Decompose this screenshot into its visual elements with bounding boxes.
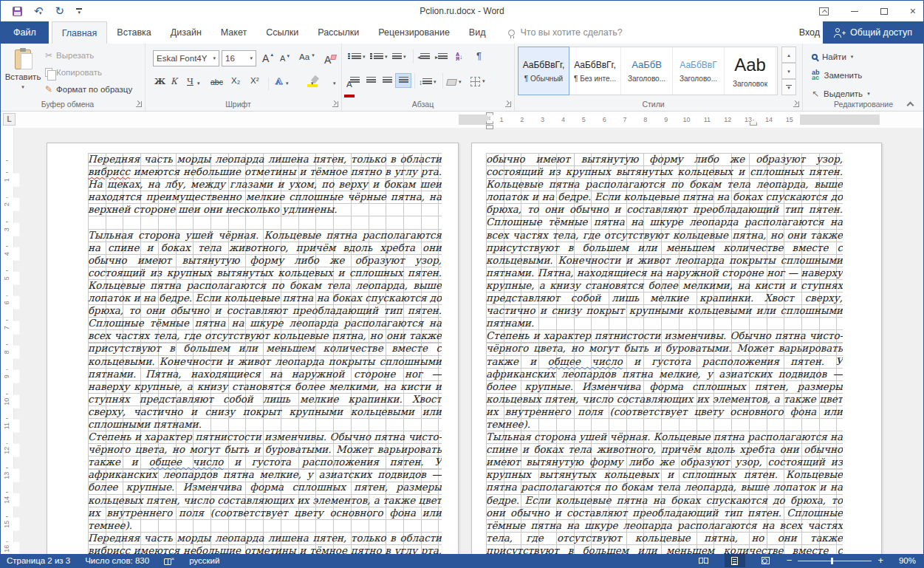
text-effects-button[interactable]: А [276,76,282,92]
show-marks-button[interactable]: ¶ [476,48,482,63]
font-name-dropdown-icon[interactable]: ▾ [210,55,216,61]
font-size-combobox[interactable]: 16 ▾ [222,50,256,66]
styles-scroll-up-icon[interactable]: ▴ [781,47,796,63]
align-right-button[interactable] [379,73,395,88]
customize-qat-button[interactable]: ▾ [76,8,82,14]
sort-button[interactable]: АЯ↓ [456,49,463,64]
language-indicator[interactable]: русский [189,556,219,565]
tell-me-box[interactable]: Что вы хотите сделать? [495,21,622,44]
page-2-text[interactable]: Передняя часть морды леопарда лишена пят… [88,153,442,554]
collapse-ribbon-icon[interactable] [907,102,914,106]
save-icon[interactable] [13,7,22,16]
line-spacing-button[interactable]: ↕▾ [419,75,437,89]
font-size-dropdown-icon[interactable]: ▾ [247,55,253,61]
close-icon[interactable]: × [910,5,916,17]
styles-more-icon[interactable]: ▾ [781,79,796,95]
zoom-slider[interactable] [798,561,872,561]
web-layout-button[interactable] [756,554,776,567]
bold-button[interactable]: Ж [154,76,165,92]
paragraph-empty[interactable] [88,216,442,228]
ribbon-display-options-icon[interactable] [819,7,829,16]
paste-dropdown-icon[interactable]: ▾ [21,84,24,90]
italic-button[interactable]: К [171,76,177,92]
maximize-icon[interactable] [880,8,888,15]
numbering-button[interactable]: ▾ [370,49,388,64]
style-card-heading1[interactable]: АаБбВ Заголово... [621,47,673,95]
clear-formatting-button[interactable]: А [324,54,331,66]
share-button[interactable]: + Общий доступ [823,21,923,44]
tab-stop-selector[interactable]: L [3,113,16,126]
tab-view[interactable]: Вид [459,21,496,44]
styles-scroll-down-icon[interactable]: ▾ [781,63,796,79]
left-indent-marker[interactable] [486,125,493,129]
highlight-dropdown-icon[interactable]: ▾ [311,81,314,97]
page-3-text[interactable]: обычно имеют вытянутую форму либо же обр… [486,153,843,554]
paragraph[interactable]: Передняя часть морды леопарда лишена пят… [88,532,442,554]
style-card-heading2[interactable]: АаБбВвГ Заголово... [673,47,725,95]
paragraph[interactable]: Тыльная сторона ушей чёрная. Кольцевые п… [486,431,843,554]
undo-button[interactable]: ↶ ▾ [34,1,44,21]
multilevel-list-button[interactable]: ▾ [392,49,406,64]
zoom-slider-thumb[interactable] [831,558,833,564]
shrink-font-button[interactable]: А▼ [280,54,290,63]
shading-button[interactable]: ▾ [447,75,462,89]
subscript-button[interactable]: X₂ [231,76,240,92]
tab-references[interactable]: Ссылки [256,21,308,44]
font-color-dropdown-icon[interactable]: ▾ [333,81,336,97]
tab-file[interactable]: Файл [1,21,49,44]
paste-button[interactable]: Вставить ▾ [5,47,41,104]
copy-button[interactable]: Копировать [45,65,102,80]
find-dropdown-icon[interactable]: ▾ [851,54,854,60]
styles-dialog-launcher-icon[interactable] [793,101,799,107]
select-dropdown-icon[interactable]: ▾ [867,91,870,97]
text-effects-dropdown-icon[interactable]: ▾ [286,81,289,97]
strikethrough-button[interactable]: abc [211,78,223,94]
proofing-errors-icon[interactable]: × [164,557,174,565]
clipboard-dialog-launcher-icon[interactable] [136,101,142,107]
bullets-button[interactable]: ▾ [348,49,366,64]
paragraph[interactable]: Передняя часть морды леопарда лишена пят… [88,153,442,216]
word-count[interactable]: Число слов: 830 [85,556,149,565]
tab-mailings[interactable]: Рассылки [308,21,369,44]
paragraph[interactable]: Степень и характер пятнистости изменчивы… [486,329,843,431]
zoom-out-icon[interactable]: − [787,554,793,567]
tab-layout[interactable]: Макет [211,21,256,44]
tab-design[interactable]: Дизайн [161,21,211,44]
paragraph-dialog-launcher-icon[interactable] [505,101,511,107]
increase-indent-button[interactable]: ▸ [435,49,448,64]
undo-dropdown-icon[interactable]: ▾ [39,10,42,16]
paragraph[interactable]: Тыльная сторона ушей чёрная. Кольцевые п… [88,229,442,431]
sign-in-button[interactable]: Вход [799,21,820,44]
minimize-icon[interactable] [851,11,858,12]
justify-button[interactable] [395,73,411,88]
print-layout-button[interactable] [725,554,745,567]
font-dialog-launcher-icon[interactable] [332,101,338,107]
tab-home[interactable]: Главная [52,21,108,44]
zoom-in-icon[interactable]: + [877,554,883,567]
replace-button[interactable]: abac Заменить [812,68,862,83]
tab-review[interactable]: Рецензирование [369,21,459,44]
page-indicator[interactable]: Страница 2 из 3 [7,556,70,565]
align-left-button[interactable] [346,73,363,88]
underline-button[interactable]: Ч [187,76,194,92]
change-case-button[interactable]: Аа▾ [299,52,315,61]
find-button[interactable]: Найти ▾ [812,49,853,64]
zoom-level[interactable]: 90% [894,556,916,565]
style-card-no-spacing[interactable]: АаБбВвГг, ¶ Без инте... [569,47,621,95]
paragraph[interactable]: Степень и характер пятнистости изменчивы… [88,431,442,532]
style-card-title[interactable]: Аab Заголовок [725,47,776,95]
style-card-normal[interactable]: АаБбВвГг, ¶ Обычный [518,47,569,95]
paragraph[interactable]: обычно имеют вытянутую форму либо же обр… [486,153,843,329]
vertical-ruler[interactable]: 12345678910111213141516 [1,128,14,554]
format-painter-button[interactable]: ✎ Формат по образцу [45,82,132,97]
align-center-button[interactable] [363,73,379,88]
tab-insert[interactable]: Вставка [107,21,160,44]
select-button[interactable]: ↖ Выделить ▾ [812,86,870,101]
decrease-indent-button[interactable]: ◂ [417,49,430,64]
borders-button[interactable]: ▾ [470,74,485,89]
underline-dropdown-icon[interactable]: ▾ [197,81,200,97]
font-name-combobox[interactable]: Eskal Font4Y ▾ [153,50,219,66]
read-mode-button[interactable] [694,554,714,567]
redo-icon[interactable]: ↻ [55,1,65,21]
grow-font-button[interactable]: А▲ [262,52,274,64]
